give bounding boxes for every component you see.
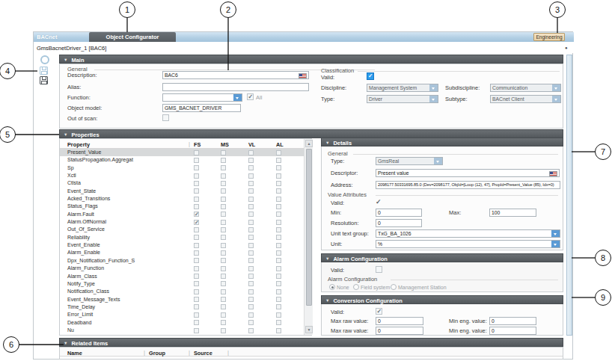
- ms-checkbox[interactable]: [221, 220, 226, 225]
- section-header-conversion-configuration[interactable]: ▼Conversion Configuration: [321, 295, 563, 304]
- al-checkbox[interactable]: [276, 212, 281, 217]
- vl-checkbox[interactable]: [248, 181, 254, 186]
- section-header-related-items[interactable]: ▼Related Items: [59, 338, 563, 347]
- vl-checkbox[interactable]: [248, 258, 254, 263]
- ms-checkbox[interactable]: [221, 181, 226, 186]
- fs-checkbox[interactable]: [194, 312, 199, 318]
- ms-checkbox[interactable]: [221, 173, 226, 179]
- property-row[interactable]: Ctlsta: [60, 179, 304, 187]
- scrollbar-thumb[interactable]: [306, 149, 312, 306]
- ms-checkbox[interactable]: [221, 197, 226, 202]
- al-checkbox[interactable]: [276, 312, 281, 318]
- vl-checkbox[interactable]: [248, 250, 254, 256]
- al-checkbox[interactable]: [276, 150, 281, 155]
- property-row[interactable]: Xctl: [60, 172, 304, 179]
- property-row[interactable]: Alarm.OffNormal: [60, 218, 304, 226]
- fs-checkbox[interactable]: [194, 328, 199, 333]
- radio-field-system[interactable]: [353, 284, 359, 290]
- vl-checkbox[interactable]: [248, 188, 254, 194]
- ms-checkbox[interactable]: [221, 320, 226, 325]
- al-checkbox[interactable]: [276, 297, 281, 302]
- ms-checkbox[interactable]: [221, 266, 226, 271]
- property-row[interactable]: Notification_Class: [60, 288, 304, 295]
- vl-checkbox[interactable]: [248, 304, 254, 309]
- al-checkbox[interactable]: [276, 220, 281, 225]
- al-checkbox[interactable]: [276, 188, 281, 194]
- ms-checkbox[interactable]: [221, 274, 226, 279]
- function-dropdown[interactable]: [162, 93, 242, 102]
- properties-scrollbar[interactable]: ▲ ▼: [304, 139, 313, 335]
- vl-checkbox[interactable]: [248, 158, 254, 163]
- al-checkbox[interactable]: [276, 328, 281, 333]
- property-row[interactable]: Dpx_Notification_Function_S: [60, 257, 304, 265]
- fs-checkbox[interactable]: [194, 150, 199, 155]
- al-checkbox[interactable]: [276, 250, 281, 256]
- radio-none[interactable]: [329, 284, 335, 290]
- property-row[interactable]: Status_Flags: [60, 203, 304, 210]
- alarm-valid-checkbox[interactable]: [376, 266, 382, 273]
- subdiscipline-dropdown[interactable]: Communication: [490, 84, 561, 92]
- property-row[interactable]: Event_Enable: [60, 241, 304, 249]
- vl-checkbox[interactable]: [248, 220, 254, 225]
- fs-checkbox[interactable]: [194, 258, 199, 263]
- fs-checkbox[interactable]: [194, 158, 199, 163]
- scrollbar-track[interactable]: [566, 55, 572, 336]
- vl-checkbox[interactable]: [248, 289, 254, 294]
- vl-checkbox[interactable]: [248, 312, 254, 318]
- vl-checkbox[interactable]: [248, 165, 254, 170]
- al-checkbox[interactable]: [276, 274, 281, 279]
- all-checkbox[interactable]: [247, 93, 254, 100]
- ms-checkbox[interactable]: [221, 165, 226, 170]
- out-of-scan-checkbox[interactable]: [162, 114, 169, 121]
- al-checkbox[interactable]: [276, 173, 281, 179]
- section-header-main[interactable]: ▼Main: [59, 55, 563, 64]
- vl-checkbox[interactable]: [248, 235, 254, 240]
- save-as-icon[interactable]: [40, 76, 48, 84]
- unit-dropdown[interactable]: %: [376, 240, 560, 248]
- vl-checkbox[interactable]: [248, 266, 254, 271]
- valid-checkmark-icon[interactable]: ✓: [376, 199, 382, 206]
- ms-checkbox[interactable]: [221, 328, 226, 333]
- vl-checkbox[interactable]: [248, 281, 254, 286]
- ms-checkbox[interactable]: [221, 158, 226, 163]
- pin-icon[interactable]: ●: [565, 46, 568, 50]
- property-row[interactable]: StatusPropagation.Aggregat: [60, 156, 304, 164]
- al-checkbox[interactable]: [276, 258, 281, 263]
- unit-text-group-dropdown[interactable]: TxG_BA_1026: [376, 229, 560, 238]
- ms-checkbox[interactable]: [221, 281, 226, 286]
- property-row[interactable]: Error_Limit: [60, 311, 304, 318]
- fs-checkbox[interactable]: [194, 227, 199, 232]
- al-checkbox[interactable]: [276, 158, 281, 163]
- al-checkbox[interactable]: [276, 266, 281, 271]
- ms-checkbox[interactable]: [221, 188, 226, 194]
- vl-checkbox[interactable]: [248, 150, 254, 155]
- property-row[interactable]: Time_Delay: [60, 303, 304, 311]
- al-checkbox[interactable]: [276, 197, 281, 202]
- scroll-up-icon[interactable]: ▲: [305, 140, 313, 147]
- max-raw-value-input[interactable]: 0: [376, 327, 423, 335]
- al-checkbox[interactable]: [276, 243, 281, 248]
- vl-checkbox[interactable]: [248, 212, 254, 217]
- al-checkbox[interactable]: [276, 165, 281, 170]
- vl-checkbox[interactable]: [248, 173, 254, 179]
- ms-checkbox[interactable]: [221, 258, 226, 263]
- ms-checkbox[interactable]: [221, 243, 226, 248]
- fs-checkbox[interactable]: [194, 173, 199, 179]
- vl-checkbox[interactable]: [248, 320, 254, 325]
- property-row[interactable]: Alarm.Fault: [60, 211, 304, 218]
- property-row[interactable]: Event_State: [60, 188, 304, 195]
- description-input[interactable]: BAC6: [162, 71, 309, 79]
- fs-checkbox[interactable]: [194, 250, 199, 256]
- al-checkbox[interactable]: [276, 281, 281, 286]
- ms-checkbox[interactable]: [221, 212, 226, 217]
- fs-checkbox[interactable]: [194, 266, 199, 271]
- vl-checkbox[interactable]: [248, 227, 254, 232]
- details-type-dropdown[interactable]: GmsReal: [376, 157, 443, 165]
- discipline-dropdown[interactable]: Management System: [367, 84, 438, 92]
- descriptor-input[interactable]: Present value: [376, 169, 560, 177]
- ms-checkbox[interactable]: [221, 250, 226, 256]
- ms-checkbox[interactable]: [221, 235, 226, 240]
- ms-checkbox[interactable]: [221, 289, 226, 294]
- property-row[interactable]: Deadband: [60, 319, 304, 327]
- property-row[interactable]: Alarm_Function: [60, 265, 304, 272]
